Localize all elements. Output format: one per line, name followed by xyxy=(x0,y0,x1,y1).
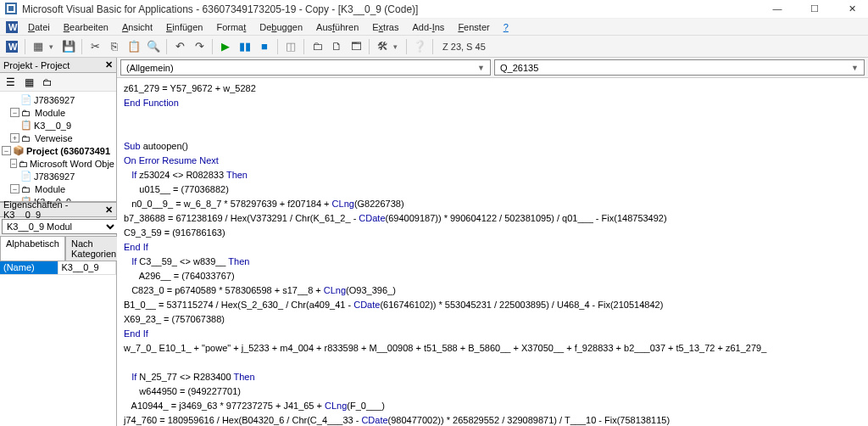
props-grid[interactable]: (Name) K3__0_9 xyxy=(0,261,116,426)
code-editor[interactable]: z61_279 = Y57_9672 + w_5282 End Function… xyxy=(117,78,868,426)
tb-toolbox-icon[interactable]: 🛠 xyxy=(374,38,391,55)
folder-icon: 🗀 xyxy=(21,184,33,194)
minimize-button[interactable]: — xyxy=(766,3,788,14)
code-object-select[interactable]: (Allgemein)▼ xyxy=(120,59,491,76)
folder-icon: 🗀 xyxy=(21,133,33,143)
svg-text:W: W xyxy=(8,22,18,32)
tb-find-icon[interactable]: 🔍 xyxy=(145,38,162,55)
expand-icon[interactable]: + xyxy=(10,133,19,143)
project-tree[interactable]: 📄J7836927 −🗀Module 📋K3__0_9 +🗀Verweise −… xyxy=(0,92,116,202)
app-icon xyxy=(5,3,17,16)
toolbar-position: Z 23, S 45 xyxy=(442,42,486,52)
doc-icon: 📄 xyxy=(20,94,32,105)
collapse-icon[interactable]: − xyxy=(10,184,19,193)
close-button[interactable]: ✕ xyxy=(841,3,863,14)
doc-icon: 📄 xyxy=(20,171,32,182)
svg-rect-2 xyxy=(8,6,14,11)
tb-save-icon[interactable]: 💾 xyxy=(60,38,77,55)
chevron-down-icon: ▼ xyxy=(851,64,859,72)
menu-extras[interactable]: Extras xyxy=(366,20,404,34)
tb-copy-icon[interactable]: ⎘ xyxy=(106,38,123,55)
tb-design-icon[interactable]: ◫ xyxy=(282,38,299,55)
tb-undo-icon[interactable]: ↶ xyxy=(171,38,188,55)
collapse-icon[interactable]: − xyxy=(10,159,17,168)
maximize-button[interactable]: ☐ xyxy=(804,3,826,14)
tab-categorized[interactable]: Nach Kategorien xyxy=(65,236,122,261)
folder-icon: 🗀 xyxy=(19,159,28,169)
prop-name-value[interactable]: K3__0_9 xyxy=(58,261,117,274)
menu-insert[interactable]: Einfügen xyxy=(160,20,209,34)
tb-cut-icon[interactable]: ✂ xyxy=(86,38,103,55)
tree-view-object-icon[interactable]: ▦ xyxy=(20,75,37,90)
menu-debug[interactable]: Debuggen xyxy=(253,20,309,34)
prop-name-label[interactable]: (Name) xyxy=(0,261,58,274)
collapse-icon[interactable]: − xyxy=(10,108,19,117)
project-pane-header: Projekt - Project ✕ xyxy=(0,58,116,73)
tb-run-icon[interactable]: ▶ xyxy=(217,38,234,55)
project-close-icon[interactable]: ✕ xyxy=(105,59,113,70)
props-pane-header: Eigenschaften - K3__0_9 ✕ xyxy=(0,202,116,217)
menu-window[interactable]: Fenster xyxy=(452,20,495,34)
tree-view-code-icon[interactable]: ☰ xyxy=(2,75,19,90)
tab-alphabetic[interactable]: Alphabetisch xyxy=(0,236,65,261)
tb-new-icon[interactable]: ▦ xyxy=(30,38,47,55)
menu-run[interactable]: Ausführen xyxy=(310,20,364,34)
menu-format[interactable]: Format xyxy=(210,20,252,34)
tb-help-icon[interactable]: ❔ xyxy=(411,38,428,55)
svg-text:W: W xyxy=(8,42,18,52)
folder-icon: 🗀 xyxy=(21,108,33,118)
tb-word-icon[interactable]: W xyxy=(3,38,20,55)
code-procedure-select[interactable]: Q_26135▼ xyxy=(494,59,865,76)
tb-redo-icon[interactable]: ↷ xyxy=(191,38,208,55)
tb-project-icon[interactable]: 🗀 xyxy=(309,38,326,55)
menu-edit[interactable]: Bearbeiten xyxy=(58,20,114,34)
project-title: Projekt - Project xyxy=(3,60,70,70)
tb-pause-icon[interactable]: ▮▮ xyxy=(236,38,253,55)
module-icon: 📋 xyxy=(20,120,32,131)
tb-paste-icon[interactable]: 📋 xyxy=(125,38,142,55)
chevron-down-icon: ▼ xyxy=(477,64,485,72)
menu-addins[interactable]: Add-Ins xyxy=(406,20,450,34)
menu-help[interactable]: ? xyxy=(498,19,515,35)
window-title: Microsoft Visual Basic for Applications … xyxy=(22,3,766,15)
tb-stop-icon[interactable]: ■ xyxy=(256,38,273,55)
window-title-bar: Microsoft Visual Basic for Applications … xyxy=(0,0,868,19)
tb-toolbox-drop[interactable]: ▾ xyxy=(393,42,402,51)
props-title: Eigenschaften - K3__0_9 xyxy=(3,199,105,220)
project-icon: 📦 xyxy=(13,145,25,156)
word-icon[interactable]: W xyxy=(3,19,20,36)
menu-view[interactable]: Ansicht xyxy=(116,20,159,34)
toolbar: W ▦▾ 💾 ✂ ⎘ 📋 🔍 ↶ ↷ ▶ ▮▮ ■ ◫ 🗀 🗋 🗔 🛠 ▾ ❔ … xyxy=(0,36,868,58)
tree-folders-icon[interactable]: 🗀 xyxy=(39,75,56,90)
props-object-select[interactable]: K3__0_9 Modul xyxy=(2,219,118,234)
menu-bar: W Datei Bearbeiten Ansicht Einfügen Form… xyxy=(0,19,868,36)
menu-file[interactable]: Datei xyxy=(22,20,56,34)
collapse-icon[interactable]: − xyxy=(2,146,11,155)
tb-new-drop[interactable]: ▾ xyxy=(49,42,58,51)
tb-props-icon[interactable]: 🗋 xyxy=(328,38,345,55)
props-close-icon[interactable]: ✕ xyxy=(105,205,113,216)
tb-browser-icon[interactable]: 🗔 xyxy=(348,38,364,55)
